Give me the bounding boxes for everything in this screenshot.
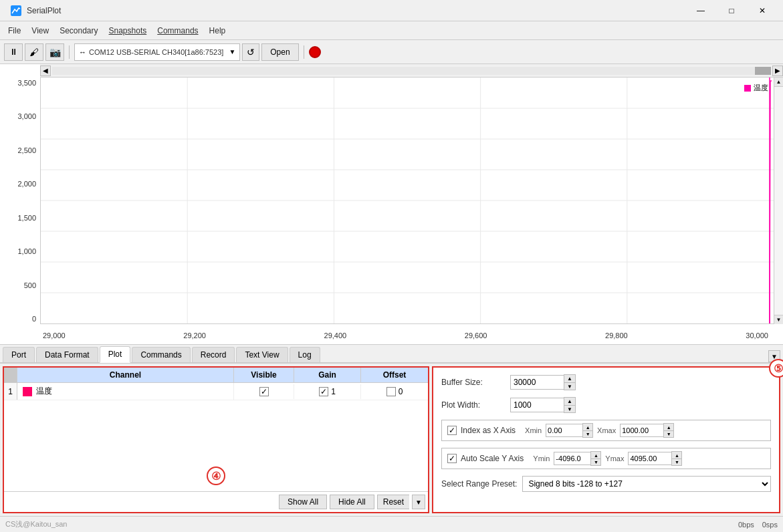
xmax-down[interactable]: ▼ — [664, 430, 673, 437]
y-label-2000: 2,000 — [0, 180, 40, 188]
bottom-panel: Channel Visible Gain Offset 1 温度 ✓ ✓ 1 0 — [0, 364, 783, 516]
menu-view[interactable]: View — [26, 23, 54, 38]
menu-help[interactable]: Help — [204, 23, 231, 38]
tab-data-format[interactable]: Data Format — [36, 347, 98, 362]
vscroll-down-btn[interactable]: ▼ — [774, 315, 783, 324]
record-indicator[interactable] — [309, 46, 321, 58]
x-axis: 29,000 29,200 29,400 29,600 29,800 30,00… — [40, 324, 774, 344]
minimize-button[interactable]: — — [685, 0, 716, 21]
brush-button[interactable]: 🖌 — [25, 43, 43, 61]
xmin-input[interactable] — [546, 424, 582, 437]
ymax-input[interactable] — [628, 452, 671, 465]
ymax-down[interactable]: ▼ — [672, 458, 681, 465]
buffer-size-spinner[interactable]: ▲ ▼ — [564, 374, 576, 390]
scroll-left-icon[interactable]: ◀ — [40, 65, 51, 76]
com-port-label: COM12 USB-SERIAL CH340[1a86:7523] — [89, 48, 223, 56]
y-label-1000: 1,000 — [0, 247, 40, 255]
row-visible-cell[interactable]: ✓ — [234, 384, 294, 399]
reset-button[interactable]: Reset — [377, 495, 409, 509]
open-button[interactable]: Open — [261, 43, 298, 61]
plot-width-up[interactable]: ▲ — [564, 398, 575, 405]
arrow-icon: ↔ — [79, 48, 86, 56]
scroll-thumb[interactable] — [755, 67, 771, 75]
gain-checkbox[interactable]: ✓ — [319, 387, 328, 396]
x-label-29600: 29,600 — [465, 331, 487, 340]
tab-log[interactable]: Log — [290, 347, 320, 362]
offset-checkbox[interactable] — [386, 387, 396, 396]
row-offset-cell[interactable]: 0 — [361, 384, 428, 399]
ymin-down[interactable]: ▼ — [591, 458, 600, 465]
tab-record[interactable]: Record — [192, 347, 235, 362]
v-scrollbar[interactable]: ▲ ▼ — [774, 78, 783, 324]
ymax-label: Ymax — [605, 454, 624, 462]
menu-secondary[interactable]: Secondary — [54, 23, 103, 38]
scroll-right-icon[interactable]: ▶ — [772, 65, 783, 76]
plot-width-input[interactable] — [510, 398, 564, 412]
plot-width-down[interactable]: ▼ — [564, 405, 575, 412]
plot-width-input-group[interactable]: ▲ ▼ — [510, 397, 576, 413]
title-bar: SerialPlot — □ ✕ — [0, 0, 783, 21]
tab-plot[interactable]: Plot — [100, 346, 131, 363]
vscroll-up-btn[interactable]: ▲ — [774, 78, 783, 87]
tab-port[interactable]: Port — [3, 347, 35, 362]
y-label-0: 0 — [0, 315, 40, 323]
xmax-up[interactable]: ▲ — [664, 424, 673, 430]
plot-scrollbar[interactable]: ◀ ▶ — [40, 64, 783, 78]
y-axis: 3,500 3,000 2,500 2,000 1,500 1,000 500 … — [0, 78, 40, 324]
index-x-checkbox[interactable]: ✓ — [447, 426, 457, 435]
plot-width-label: Plot Width: — [441, 400, 505, 410]
xmin-up[interactable]: ▲ — [583, 424, 592, 430]
ymin-input[interactable] — [554, 452, 590, 465]
xmin-input-group[interactable]: ▲ ▼ — [546, 423, 593, 438]
preset-label: Select Range Preset: — [441, 479, 517, 489]
menu-commands[interactable]: Commands — [152, 23, 203, 38]
xmax-input-group[interactable]: ▲ ▼ — [620, 423, 674, 438]
reset-dropdown-button[interactable]: ▼ — [412, 495, 425, 509]
offset-value: 0 — [399, 387, 403, 396]
buffer-size-up[interactable]: ▲ — [564, 375, 575, 382]
plot-width-spinner[interactable]: ▲ ▼ — [564, 397, 576, 413]
tab-bar: Port Data Format Plot Commands Record Te… — [0, 345, 783, 364]
row-gain-cell[interactable]: ✓ 1 — [294, 384, 361, 399]
tab-commands[interactable]: Commands — [132, 347, 190, 362]
watermark-text: CS浅@Kaitou_san — [5, 519, 68, 529]
scroll-track[interactable] — [52, 67, 771, 75]
ymin-input-group[interactable]: ▲ ▼ — [554, 451, 601, 466]
preset-row: Select Range Preset: Signed 8 bits -128 … — [441, 476, 771, 492]
preset-select[interactable]: Signed 8 bits -128 to +127 Unsigned 8 bi… — [522, 476, 771, 492]
auto-scale-checkbox[interactable]: ✓ — [447, 454, 457, 463]
ymax-input-group[interactable]: ▲ ▼ — [628, 451, 682, 466]
xmin-down[interactable]: ▼ — [583, 430, 592, 437]
col-offset: Offset — [361, 368, 428, 382]
chevron-down-icon: ▼ — [229, 48, 235, 55]
camera-button[interactable]: 📷 — [45, 43, 64, 61]
status-bar: CS浅@Kaitou_san 0bps 0sps — [0, 516, 783, 532]
menu-file[interactable]: File — [3, 23, 26, 38]
menu-bar: File View Secondary Snapshots Commands H… — [0, 21, 783, 40]
x-label-30000: 30,000 — [746, 331, 768, 340]
channel-name-text: 温度 — [36, 386, 52, 397]
auto-scale-row: ✓ Auto Scale Y Axis Ymin ▲ ▼ Ymax ▲ ▼ — [441, 448, 771, 469]
plot-area: ◀ ▶ 3,500 3,000 2,500 2,000 1,500 1,000 … — [0, 64, 783, 345]
close-button[interactable]: ✕ — [747, 0, 778, 21]
buffer-size-input[interactable] — [510, 375, 564, 390]
xmax-input[interactable] — [620, 424, 663, 437]
maximize-button[interactable]: □ — [716, 0, 747, 21]
menu-snapshots[interactable]: Snapshots — [104, 23, 152, 38]
ymin-up[interactable]: ▲ — [591, 452, 600, 458]
hide-all-button[interactable]: Hide All — [330, 495, 374, 509]
y-label-3000: 3,000 — [0, 112, 40, 120]
buffer-size-input-group[interactable]: ▲ ▼ — [510, 374, 576, 390]
ymax-up[interactable]: ▲ — [672, 452, 681, 458]
gain-value: 1 — [331, 387, 336, 396]
refresh-button[interactable]: ↺ — [242, 43, 259, 61]
buffer-size-down[interactable]: ▼ — [564, 382, 575, 390]
visible-checkbox[interactable]: ✓ — [259, 387, 269, 396]
toolbar: ⏸ 🖌 📷 ↔ COM12 USB-SERIAL CH340[1a86:7523… — [0, 40, 783, 64]
settings-panel: ⑤ Buffer Size: ▲ ▼ Plot Width: ▲ ▼ — [432, 366, 780, 513]
tab-text-view[interactable]: Text View — [236, 347, 288, 362]
x-label-29800: 29,800 — [605, 331, 628, 340]
y-label-500: 500 — [0, 281, 40, 289]
pause-button[interactable]: ⏸ — [4, 43, 23, 61]
show-all-button[interactable]: Show All — [279, 495, 327, 509]
